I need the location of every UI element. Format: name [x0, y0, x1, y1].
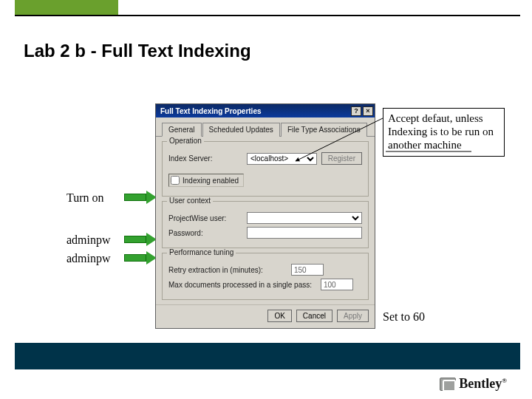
indexing-enabled-wrapper: Indexing enabled: [168, 174, 244, 187]
index-server-label: Index Server:: [168, 154, 242, 163]
indexing-enabled-label: Indexing enabled: [183, 177, 239, 185]
dialog-titlebar[interactable]: Full Text Indexing Properties ? ×: [156, 104, 375, 117]
full-text-indexing-properties-dialog: Full Text Indexing Properties ? × Genera…: [155, 103, 375, 329]
retry-extraction-label: Retry extraction in (minutes):: [168, 266, 287, 274]
tab-file-type-associations[interactable]: File Type Associations: [281, 123, 367, 137]
password-input[interactable]: [247, 227, 362, 239]
annotation-arrow-icon: [124, 233, 158, 246]
annotation-arrow-icon: [124, 191, 158, 204]
group-user-context: User context ProjectWise user: Password:: [162, 201, 369, 248]
projectwise-user-select[interactable]: [247, 212, 362, 224]
group-performance-tuning: Performance tuning Retry extraction in (…: [162, 253, 369, 300]
group-operation: Operation Index Server: <localhost> Regi…: [162, 141, 369, 197]
apply-button[interactable]: Apply: [337, 310, 369, 322]
ok-button[interactable]: OK: [267, 310, 291, 322]
slide-accent-block: [15, 0, 118, 15]
password-label: Password:: [168, 229, 242, 237]
callout-accept-default: Accept defaut, unless Indexing is to be …: [383, 108, 505, 157]
group-operation-legend: Operation: [167, 137, 204, 145]
dialog-title: Full Text Indexing Properties: [160, 107, 349, 115]
bentley-logo: Bentley®: [440, 376, 507, 392]
bentley-mark-icon: [440, 378, 456, 391]
tab-scheduled-updates[interactable]: Scheduled Updates: [202, 123, 280, 137]
max-docs-input[interactable]: [321, 279, 353, 290]
projectwise-user-label: ProjectWise user:: [168, 214, 242, 222]
register-button[interactable]: Register: [321, 152, 362, 165]
callout-set-60: Set to 60: [383, 310, 425, 324]
indexing-enabled-checkbox[interactable]: [171, 176, 180, 185]
tab-general[interactable]: General: [162, 123, 202, 137]
callout-adminpw-password: adminpw: [66, 251, 111, 266]
annotation-arrow-icon: [124, 251, 158, 265]
cancel-button[interactable]: Cancel: [296, 310, 332, 322]
callout-turn-on: Turn on: [66, 191, 104, 205]
dialog-button-row: OK Cancel Apply: [156, 304, 375, 328]
max-docs-label: Max documents processed in a single pass…: [168, 281, 316, 289]
titlebar-help-button[interactable]: ?: [351, 106, 361, 116]
bentley-wordmark: Bentley®: [459, 376, 507, 392]
group-user-context-legend: User context: [167, 197, 213, 205]
retry-extraction-input[interactable]: [291, 264, 324, 276]
slide-title: Lab 2 b - Full Text Indexing: [24, 41, 251, 61]
titlebar-close-button[interactable]: ×: [363, 106, 373, 116]
dialog-tabs: General Scheduled Updates File Type Asso…: [156, 117, 375, 137]
slide-footer-bar: [15, 343, 520, 369]
index-server-select[interactable]: <localhost>: [247, 153, 317, 165]
group-performance-legend: Performance tuning: [167, 248, 236, 256]
callout-adminpw-user: adminpw: [66, 233, 111, 248]
